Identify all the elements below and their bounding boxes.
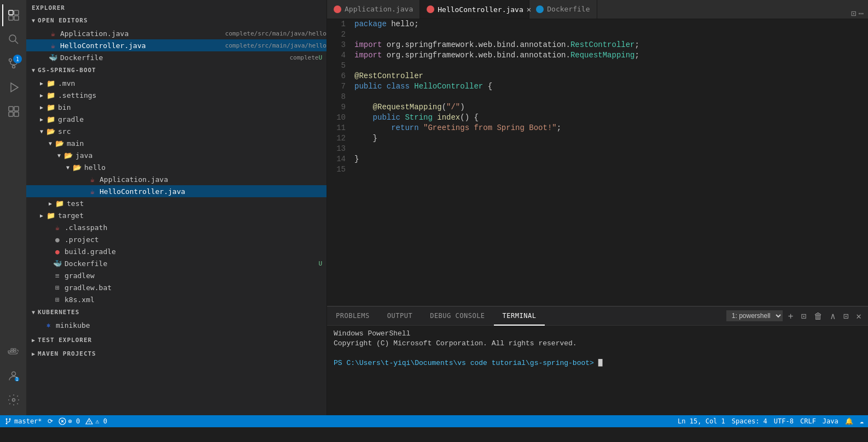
panel-tabs: PROBLEMS OUTPUT DEBUG CONSOLE TERMINAL 1… bbox=[327, 307, 868, 326]
indentation[interactable]: Spaces: 4 bbox=[732, 417, 767, 425]
svg-rect-12 bbox=[9, 112, 13, 116]
status-bar: master* ⟳ ⊗ 0 ⚠ 0 bbox=[0, 415, 868, 427]
panel-icons: + ⊡ 🗑 ∧ ⊡ ✕ bbox=[786, 310, 864, 322]
folder-java[interactable]: ▼ 📂 java bbox=[26, 149, 327, 161]
activity-source-control[interactable]: 1 bbox=[2, 52, 24, 74]
svg-rect-11 bbox=[14, 107, 19, 111]
folder-settings[interactable]: ▶ 📁 .settings bbox=[26, 89, 327, 101]
warnings-count[interactable]: ⚠ 0 bbox=[85, 417, 107, 425]
activity-docker[interactable] bbox=[2, 341, 24, 363]
file-gradlew-bat[interactable]: ⊞ gradlew.bat bbox=[26, 281, 327, 293]
code-line-5: 5 bbox=[327, 61, 868, 71]
tab-hellocontroller-java[interactable]: HelloController.java ✕ bbox=[420, 0, 529, 19]
activity-run[interactable] bbox=[2, 76, 24, 98]
file-application-java[interactable]: ☕ Application.java bbox=[26, 173, 327, 185]
folder-src[interactable]: ▼ 📂 src bbox=[26, 125, 327, 137]
remote-icon[interactable]: ☁ bbox=[860, 417, 864, 425]
maven-projects-header[interactable]: ▶ MAVEN PROJECTS bbox=[26, 347, 327, 361]
explorer-title: EXPLORER bbox=[26, 0, 327, 14]
terminal-content[interactable]: Windows PowerShell Copyright (C) Microso… bbox=[327, 326, 868, 415]
more-actions-icon[interactable]: ⋯ bbox=[858, 8, 864, 19]
file-build-gradle[interactable]: ● build.gradle bbox=[26, 245, 327, 257]
folder-open-icon: 📂 bbox=[63, 151, 73, 160]
folder-main[interactable]: ▼ 📂 main bbox=[26, 137, 327, 149]
panel-tab-debug-console[interactable]: DEBUG CONSOLE bbox=[421, 307, 493, 326]
folder-icon: 📁 bbox=[46, 91, 56, 99]
svg-rect-17 bbox=[11, 349, 13, 350]
folder-icon: 📁 bbox=[46, 103, 56, 111]
minimize-panel-icon[interactable]: ⊡ bbox=[841, 310, 851, 322]
folder-target[interactable]: ▶ 📁 target bbox=[26, 209, 327, 221]
terminal-select[interactable]: 1: powershell 2: bash bbox=[726, 310, 783, 321]
code-line-14: 14 } bbox=[327, 154, 868, 164]
kubernetes-icon: ⎈ bbox=[44, 321, 54, 329]
open-editor-hellocontroller-java[interactable]: ☕ HelloController.java complete/src/main… bbox=[26, 39, 327, 51]
file-k8s-xml[interactable]: ⊞ k8s.xml bbox=[26, 293, 327, 305]
tab-application-java[interactable]: Application.java bbox=[327, 0, 420, 19]
cursor-position[interactable]: Ln 15, Col 1 bbox=[678, 417, 725, 425]
line-ending[interactable]: CRLF bbox=[800, 417, 816, 425]
activity-settings[interactable] bbox=[2, 389, 24, 411]
code-line-12: 12 } bbox=[327, 133, 868, 144]
file-hellocontroller-java[interactable]: ☕ HelloController.java bbox=[26, 185, 327, 197]
minikube-item[interactable]: ⎈ minikube bbox=[26, 319, 327, 331]
delete-terminal-icon[interactable]: 🗑 bbox=[812, 310, 825, 322]
file-gradlew[interactable]: ≡ gradlew bbox=[26, 269, 327, 281]
split-terminal-icon[interactable]: ⊡ bbox=[799, 310, 808, 322]
activity-explorer[interactable] bbox=[2, 4, 24, 26]
activity-extensions[interactable] bbox=[2, 101, 24, 122]
code-editor[interactable]: 1 package hello; 2 3 import org.springfr… bbox=[327, 19, 868, 306]
activity-search[interactable] bbox=[2, 28, 24, 50]
kubernetes-header[interactable]: ▼ KUBERNETES bbox=[26, 305, 327, 319]
gs-spring-boot-header[interactable]: ▼ GS-SPRING-BOOT bbox=[26, 63, 327, 77]
add-terminal-icon[interactable]: + bbox=[786, 310, 796, 322]
test-explorer-header[interactable]: ▶ TEST EXPLORER bbox=[26, 333, 327, 347]
errors-count[interactable]: ⊗ 0 bbox=[59, 417, 80, 425]
file-classpath[interactable]: ☕ .classpath bbox=[26, 221, 327, 233]
open-editors-arrow: ▼ bbox=[32, 17, 36, 23]
folder-icon: 📁 bbox=[46, 211, 56, 220]
maximize-panel-icon[interactable]: ∧ bbox=[828, 310, 838, 322]
activity-accounts[interactable]: 1 bbox=[2, 365, 24, 387]
svg-point-23 bbox=[6, 419, 8, 420]
folder-bin[interactable]: ▶ 📁 bin bbox=[26, 101, 327, 113]
panel-tab-terminal[interactable]: TERMINAL bbox=[494, 307, 545, 326]
split-editor-icon[interactable]: ⊡ bbox=[851, 8, 857, 19]
svg-rect-13 bbox=[14, 112, 19, 116]
code-line-6: 6 @RestController bbox=[327, 71, 868, 81]
close-panel-icon[interactable]: ✕ bbox=[854, 310, 864, 322]
encoding[interactable]: UTF-8 bbox=[774, 417, 794, 425]
folder-mvn[interactable]: ▶ 📁 .mvn bbox=[26, 77, 327, 89]
language-mode[interactable]: Java bbox=[823, 417, 838, 425]
svg-rect-15 bbox=[11, 351, 13, 352]
java-file-icon: ☕ bbox=[53, 223, 62, 232]
docker-tab-icon bbox=[536, 5, 544, 13]
notification-bell[interactable]: 🔔 bbox=[845, 417, 853, 425]
java-tab-icon bbox=[427, 5, 434, 13]
svg-rect-1 bbox=[9, 16, 13, 20]
folder-icon: 📁 bbox=[55, 199, 65, 208]
file-project[interactable]: ● .project bbox=[26, 233, 327, 245]
status-right: Ln 15, Col 1 Spaces: 4 UTF-8 CRLF Java 🔔… bbox=[678, 417, 864, 425]
tab-close-button[interactable]: ✕ bbox=[527, 5, 531, 14]
open-editor-application-java[interactable]: ☕ Application.java complete/src/main/jav… bbox=[26, 27, 327, 39]
svg-line-5 bbox=[15, 41, 19, 44]
svg-rect-2 bbox=[14, 10, 19, 15]
gs-spring-boot-label: GS-SPRING-BOOT bbox=[38, 67, 96, 74]
file-dockerfile[interactable]: 🐳 Dockerfile U bbox=[26, 257, 327, 269]
open-editors-header[interactable]: ▼ OPEN EDITORS bbox=[26, 14, 327, 27]
svg-point-6 bbox=[9, 59, 12, 62]
folder-test[interactable]: ▶ 📁 test bbox=[26, 197, 327, 209]
tab-dockerfile[interactable]: Dockerfile bbox=[529, 0, 597, 19]
svg-rect-14 bbox=[8, 351, 10, 352]
folder-gradle[interactable]: ▶ 📁 gradle bbox=[26, 113, 327, 125]
panel-tab-problems[interactable]: PROBLEMS bbox=[327, 307, 378, 326]
svg-rect-3 bbox=[14, 16, 19, 20]
open-editor-dockerfile[interactable]: 🐳 Dockerfile complete U bbox=[26, 51, 327, 63]
sync-icon[interactable]: ⟳ bbox=[48, 417, 53, 425]
terminal-line-3 bbox=[334, 349, 861, 358]
svg-point-22 bbox=[13, 399, 15, 402]
folder-hello[interactable]: ▼ 📂 hello bbox=[26, 161, 327, 173]
panel-tab-output[interactable]: OUTPUT bbox=[378, 307, 421, 326]
git-branch[interactable]: master* bbox=[4, 417, 42, 425]
